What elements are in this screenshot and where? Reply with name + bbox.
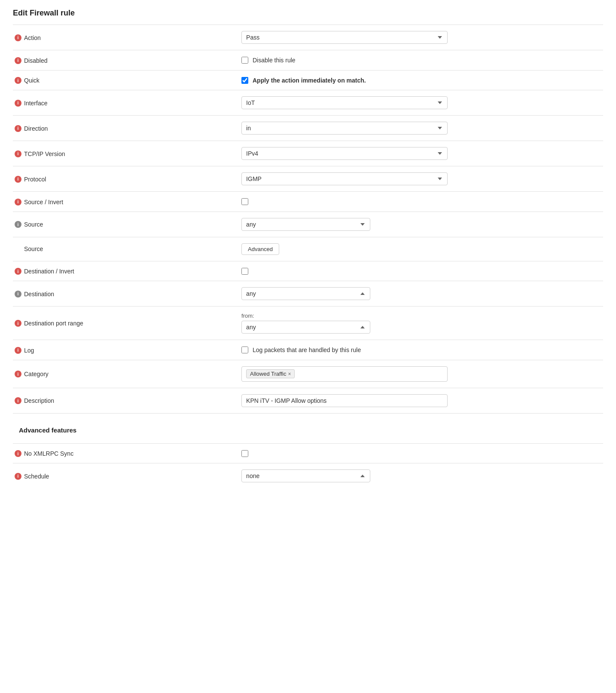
disabled-row: i Disabled Disable this rule bbox=[13, 50, 603, 71]
schedule-label: i Schedule bbox=[13, 463, 237, 489]
quick-info-icon: i bbox=[15, 77, 21, 84]
destination-invert-input-cell bbox=[237, 261, 603, 281]
action-input-cell: Pass Block Reject bbox=[237, 25, 603, 50]
source-invert-row: i Source / Invert bbox=[13, 192, 603, 212]
source-info-icon: i bbox=[15, 221, 21, 228]
no-xmlrpc-info-icon: i bbox=[15, 450, 21, 457]
source-advanced-button[interactable]: Advanced bbox=[241, 243, 279, 255]
category-input-cell: Allowed Traffic × bbox=[237, 360, 603, 388]
description-row: i Description bbox=[13, 388, 603, 413]
direction-select[interactable]: in out any bbox=[241, 122, 448, 135]
interface-row: i Interface IoT WAN LAN bbox=[13, 90, 603, 116]
log-input-cell: Log packets that are handled by this rul… bbox=[237, 340, 603, 360]
description-input[interactable] bbox=[241, 394, 448, 407]
interface-info-icon: i bbox=[15, 100, 21, 107]
log-checkbox[interactable] bbox=[241, 346, 248, 353]
destination-port-from-select[interactable]: any HTTP HTTPS FTP SSH bbox=[241, 321, 370, 334]
destination-select[interactable]: any single host or alias network WAN add… bbox=[241, 287, 370, 300]
source-invert-label: i Source / Invert bbox=[13, 192, 237, 212]
tcpip-version-label: i TCP/IP Version bbox=[13, 141, 237, 166]
source-advanced-row: Source Advanced bbox=[13, 237, 603, 261]
disabled-checkbox-label: Disable this rule bbox=[253, 57, 296, 64]
destination-invert-checkbox[interactable] bbox=[241, 268, 248, 275]
category-row: i Category Allowed Traffic × bbox=[13, 360, 603, 388]
schedule-info-icon: i bbox=[15, 473, 21, 480]
no-xmlrpc-sync-checkbox[interactable] bbox=[241, 450, 248, 457]
protocol-input-cell: IGMP TCP UDP ICMP any bbox=[237, 166, 603, 192]
destination-invert-label: i Destination / Invert bbox=[13, 261, 237, 281]
direction-label: i Direction bbox=[13, 116, 237, 141]
destination-info-icon: i bbox=[15, 291, 21, 297]
tcpip-input-cell: IPv4 IPv6 IPv4+IPv6 bbox=[237, 141, 603, 166]
source-select[interactable]: any single host or alias network WAN add… bbox=[241, 218, 370, 231]
source-row: i Source any single host or alias networ… bbox=[13, 212, 603, 237]
action-select[interactable]: Pass Block Reject bbox=[241, 31, 448, 44]
no-xmlrpc-input-cell bbox=[237, 443, 603, 463]
interface-select[interactable]: IoT WAN LAN bbox=[241, 96, 448, 109]
disabled-checkbox[interactable] bbox=[241, 57, 248, 64]
advanced-features-heading: Advanced features bbox=[17, 420, 599, 437]
destination-label: i Destination bbox=[13, 281, 237, 307]
action-row: i Action Pass Block Reject bbox=[13, 25, 603, 50]
no-xmlrpc-sync-row: i No XMLRPC Sync bbox=[13, 443, 603, 463]
description-input-cell bbox=[237, 388, 603, 413]
category-tags-container[interactable]: Allowed Traffic × bbox=[241, 366, 448, 382]
direction-info-icon: i bbox=[15, 125, 21, 132]
action-info-icon: i bbox=[15, 34, 21, 41]
source-advanced-label: Source bbox=[13, 237, 237, 261]
description-info-icon: i bbox=[15, 397, 21, 404]
protocol-select[interactable]: IGMP TCP UDP ICMP any bbox=[241, 172, 448, 185]
description-label: i Description bbox=[13, 388, 237, 413]
category-label: i Category bbox=[13, 360, 237, 388]
category-info-icon: i bbox=[15, 371, 21, 377]
page-title: Edit Firewall rule bbox=[13, 9, 603, 18]
quick-checkbox[interactable] bbox=[241, 77, 248, 84]
destination-invert-row: i Destination / Invert bbox=[13, 261, 603, 281]
action-label: i Action bbox=[13, 25, 237, 50]
firewall-rule-form: i Action Pass Block Reject i Disabled bbox=[13, 25, 603, 488]
destination-port-range-label: i Destination port range bbox=[13, 307, 237, 340]
direction-row: i Direction in out any bbox=[13, 116, 603, 141]
log-label: i Log bbox=[13, 340, 237, 360]
source-input-cell: any single host or alias network WAN add… bbox=[237, 212, 603, 237]
advanced-features-heading-row: Advanced features bbox=[13, 413, 603, 443]
protocol-label: i Protocol bbox=[13, 166, 237, 192]
schedule-input-cell: none bbox=[237, 463, 603, 489]
destination-input-cell: any single host or alias network WAN add… bbox=[237, 281, 603, 307]
direction-input-cell: in out any bbox=[237, 116, 603, 141]
quick-checkbox-label: Apply the action immediately on match. bbox=[253, 77, 366, 84]
tcpip-version-select[interactable]: IPv4 IPv6 IPv4+IPv6 bbox=[241, 147, 448, 160]
log-info-icon: i bbox=[15, 347, 21, 354]
source-label: i Source bbox=[13, 212, 237, 237]
log-checkbox-label: Log packets that are handled by this rul… bbox=[253, 346, 361, 353]
quick-label: i Quick bbox=[13, 70, 237, 90]
protocol-row: i Protocol IGMP TCP UDP ICMP any bbox=[13, 166, 603, 192]
destination-port-range-row: i Destination port range from: any HTTP … bbox=[13, 307, 603, 340]
destination-port-info-icon: i bbox=[15, 320, 21, 327]
destination-invert-info-icon: i bbox=[15, 268, 21, 275]
category-tag-allowed-traffic: Allowed Traffic × bbox=[246, 369, 295, 378]
disabled-label: i Disabled bbox=[13, 50, 237, 71]
interface-input-cell: IoT WAN LAN bbox=[237, 90, 603, 116]
tcpip-info-icon: i bbox=[15, 150, 21, 157]
interface-label: i Interface bbox=[13, 90, 237, 116]
source-invert-checkbox[interactable] bbox=[241, 198, 248, 205]
no-xmlrpc-sync-label: i No XMLRPC Sync bbox=[13, 443, 237, 463]
log-row: i Log Log packets that are handled by th… bbox=[13, 340, 603, 360]
quick-input-cell: Apply the action immediately on match. bbox=[237, 70, 603, 90]
source-advanced-cell: Advanced bbox=[237, 237, 603, 261]
disabled-info-icon: i bbox=[15, 57, 21, 64]
source-invert-input-cell bbox=[237, 192, 603, 212]
schedule-row: i Schedule none bbox=[13, 463, 603, 489]
protocol-info-icon: i bbox=[15, 176, 21, 183]
destination-row: i Destination any single host or alias n… bbox=[13, 281, 603, 307]
schedule-select[interactable]: none bbox=[241, 469, 370, 482]
from-label: from: bbox=[241, 313, 599, 319]
source-invert-info-icon: i bbox=[15, 199, 21, 205]
category-tag-close-icon[interactable]: × bbox=[288, 371, 291, 377]
disabled-input-cell: Disable this rule bbox=[237, 50, 603, 71]
quick-row: i Quick Apply the action immediately on … bbox=[13, 70, 603, 90]
tcpip-version-row: i TCP/IP Version IPv4 IPv6 IPv4+IPv6 bbox=[13, 141, 603, 166]
destination-port-range-input-cell: from: any HTTP HTTPS FTP SSH bbox=[237, 307, 603, 340]
category-tag-text: Allowed Traffic bbox=[250, 371, 286, 377]
